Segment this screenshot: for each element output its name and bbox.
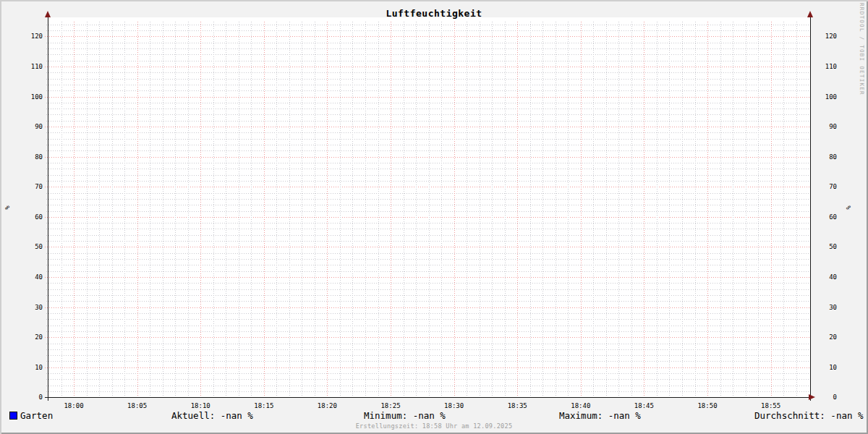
gridline-v-minor <box>657 22 658 397</box>
x-tick-label: 18:10 <box>182 402 218 409</box>
y-tick-label-right: 10 <box>815 364 837 371</box>
gridline-v-minor <box>188 22 189 397</box>
gridline-v-major <box>327 22 328 397</box>
y-tick-label-right: 90 <box>815 123 837 130</box>
y-tick-label-right: 50 <box>815 243 837 250</box>
y-tick-label-left: 70 <box>21 183 43 190</box>
gridline-v-minor <box>733 22 733 397</box>
gridline-v-minor <box>315 22 315 397</box>
gridline-v-minor <box>492 22 493 397</box>
gridline-v-minor <box>404 22 404 397</box>
gridline-v-minor <box>669 22 670 397</box>
gridline-v-major <box>200 22 201 397</box>
y-tick-label-right: 70 <box>815 183 837 190</box>
y-tick-label-left: 60 <box>21 213 43 221</box>
gridline-v-major <box>454 22 455 397</box>
x-tick-label: 18:50 <box>689 402 726 409</box>
y-tick-label-right: 80 <box>815 153 837 161</box>
gridline-v-minor <box>239 22 239 397</box>
x-axis-arrow-icon <box>809 394 815 400</box>
x-tick-label: 18:45 <box>626 402 662 409</box>
gridline-v-minor <box>746 22 746 397</box>
gridline-v-minor <box>505 22 506 397</box>
gridline-v-minor <box>352 22 353 397</box>
y-axis-right <box>810 14 811 401</box>
stat-maximum: Maximum: -nan % <box>559 410 641 421</box>
y-tick-label-right: 30 <box>815 304 837 311</box>
gridline-v-minor <box>556 22 556 397</box>
gridline-v-minor <box>61 22 62 397</box>
gridline-v-major <box>581 22 582 397</box>
chart-title: Luftfeuchtigkeit <box>0 8 868 19</box>
x-tick-label: 18:00 <box>56 402 92 409</box>
y-tick-label-left: 110 <box>21 63 43 70</box>
x-tick-label: 18:55 <box>753 402 789 409</box>
gridline-v-major <box>517 22 518 397</box>
gridline-v-minor <box>796 22 797 397</box>
gridline-v-minor <box>302 22 302 397</box>
y-tick-label-right: 110 <box>815 63 837 70</box>
gridline-v-minor <box>213 22 214 397</box>
gridline-v-minor <box>378 22 379 397</box>
legend-swatch-garten <box>9 412 17 420</box>
x-tick-label: 18:40 <box>563 402 599 409</box>
gridline-v-major <box>644 22 644 397</box>
gridline-v-minor <box>467 22 467 397</box>
gridline-v-minor <box>720 22 721 397</box>
y-axis-arrow-left-icon <box>45 11 51 17</box>
legend-series-label: Garten <box>20 410 53 421</box>
footer-timestamp: Erstellungszeit: 18:58 Uhr am 12.09.2025 <box>0 422 868 430</box>
y-tick-label-right: 120 <box>815 33 837 40</box>
gridline-v-minor <box>416 22 417 397</box>
gridline-v-minor <box>175 22 176 397</box>
gridline-v-minor <box>618 22 619 397</box>
gridline-v-major <box>74 22 75 397</box>
gridline-v-minor <box>276 22 277 397</box>
gridline-v-minor <box>251 22 252 397</box>
x-tick-label: 18:05 <box>119 402 156 409</box>
y-tick-label-left: 40 <box>21 273 43 281</box>
gridline-v-major <box>264 22 265 397</box>
y-tick-label-left: 90 <box>21 123 43 130</box>
stat-aktuell: Aktuell: -nan % <box>171 410 253 421</box>
gridline-v-minor <box>150 22 150 397</box>
gridline-v-minor <box>631 22 632 397</box>
gridline-v-minor <box>163 22 163 397</box>
gridline-v-minor <box>568 22 569 397</box>
y-axis-unit-left: % <box>4 205 11 209</box>
gridline-v-minor <box>480 22 480 397</box>
gridline-v-major <box>391 22 391 397</box>
gridline-v-minor <box>340 22 341 397</box>
y-tick-label-right: 20 <box>815 333 837 341</box>
y-tick-label-right: 0 <box>815 393 837 401</box>
gridline-v-minor <box>606 22 607 397</box>
gridline-v-minor <box>758 22 759 397</box>
x-tick-label: 18:35 <box>499 402 535 409</box>
gridline-v-major <box>707 22 708 397</box>
y-axis-unit-right: % <box>845 205 852 209</box>
gridline-v-minor <box>441 22 442 397</box>
y-tick-label-left: 10 <box>21 364 43 371</box>
y-tick-label-right: 60 <box>815 213 837 221</box>
y-tick-label-left: 0 <box>21 393 43 401</box>
y-tick-label-left: 50 <box>21 243 43 250</box>
gridline-v-minor <box>365 22 366 397</box>
x-tick-label: 18:25 <box>373 402 409 409</box>
y-tick-label-left: 20 <box>21 333 43 341</box>
y-axis-left <box>48 14 48 401</box>
stat-minimum: Minimum: -nan % <box>364 410 446 421</box>
y-axis-arrow-right-icon <box>807 11 813 17</box>
gridline-v-minor <box>226 22 226 397</box>
y-tick-label-left: 100 <box>21 93 43 101</box>
x-axis <box>45 397 810 398</box>
gridline-v-minor <box>530 22 531 397</box>
gridline-v-minor <box>87 22 88 397</box>
gridline-v-minor <box>112 22 113 397</box>
y-tick-label-left: 120 <box>21 33 43 40</box>
x-tick-label: 18:20 <box>309 402 345 409</box>
gridline-v-minor <box>542 22 543 397</box>
y-tick-label-left: 30 <box>21 304 43 311</box>
rrd-graph: 0010102020303040405050606070708080909010… <box>0 0 868 434</box>
gridline-v-minor <box>695 22 696 397</box>
y-tick-label-right: 40 <box>815 273 837 281</box>
